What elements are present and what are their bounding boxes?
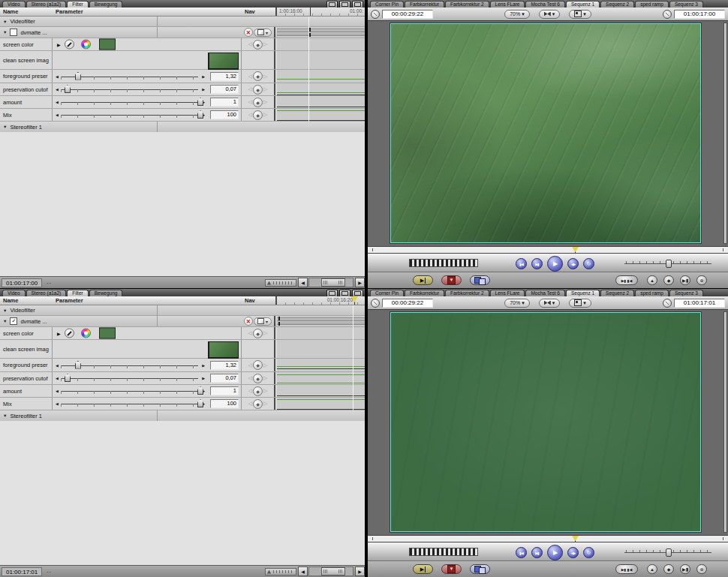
play-button[interactable]: ▶ — [547, 256, 563, 272]
previous-edit-button[interactable]: ▮◀ — [516, 258, 527, 269]
keyframe-track[interactable] — [277, 316, 365, 326]
slider-thumb[interactable] — [75, 71, 81, 80]
keyframe-ruler[interactable]: 01:00:16:20 — [275, 296, 365, 305]
tab-sequenz-1[interactable]: Sequenz 1 — [566, 1, 600, 8]
tab-sped-ramp[interactable]: sped ramp — [635, 290, 669, 296]
disclosure-triangle-icon[interactable]: ▼ — [3, 319, 7, 323]
param-value-field[interactable]: 1 — [210, 386, 239, 395]
tab-filter[interactable]: Filter — [67, 290, 88, 296]
mark-clip-small-button[interactable]: ▶▮ — [680, 275, 690, 285]
tab-farbkorrektur[interactable]: Farbkorrektur — [405, 1, 444, 8]
slider-left-arrow-icon[interactable]: ◀ — [56, 363, 59, 368]
next-keyframe-icon[interactable]: ▷ — [263, 74, 267, 80]
filter-enable-checkbox[interactable]: ✓ — [10, 317, 17, 325]
greenscreen-video-frame[interactable] — [390, 23, 701, 243]
tab-lens-flare[interactable]: Lens FLare — [490, 1, 525, 8]
slider-left-arrow-icon[interactable]: ◀ — [56, 87, 59, 92]
tab-stereo[interactable]: Stereo (a1a2) — [26, 1, 67, 8]
color-swatch[interactable] — [99, 328, 116, 339]
keyframe-marker[interactable] — [278, 317, 280, 320]
duration-timecode-field[interactable]: 00:00:29:22 — [382, 10, 433, 19]
view-layout-button[interactable] — [470, 275, 490, 285]
slider-thumb[interactable] — [197, 386, 203, 395]
color-wheel-icon[interactable] — [81, 40, 91, 50]
next-keyframe-icon[interactable]: ▷ — [263, 99, 267, 105]
zoom-level-popup[interactable]: 70%▾ — [504, 299, 530, 308]
color-swatch[interactable] — [99, 39, 116, 50]
scrollbar-thumb[interactable] — [321, 278, 345, 287]
jog-control[interactable] — [409, 259, 478, 267]
clean-screen-thumbnail[interactable] — [208, 341, 239, 359]
keyframe-graph-line[interactable] — [277, 110, 365, 111]
disclosure-triangle-icon[interactable]: ▼ — [3, 125, 7, 129]
reset-filter-button[interactable]: ✕ — [244, 28, 253, 37]
param-value-field[interactable]: 0,07 — [210, 85, 239, 94]
shuttle-control[interactable] — [624, 260, 711, 268]
filter-edit-popup[interactable]: ▾ — [254, 317, 272, 326]
slider-left-arrow-icon[interactable]: ◀ — [56, 100, 59, 104]
next-keyframe-icon[interactable]: ▷ — [263, 330, 267, 336]
keyframe-track[interactable] — [277, 398, 365, 410]
add-keyframe-button[interactable]: ◆ — [253, 40, 263, 50]
tab-sequenz-2[interactable]: Sequenz 2 — [600, 1, 634, 8]
slider-right-arrow-icon[interactable]: ▶ — [202, 376, 205, 380]
current-clock-icon[interactable] — [663, 10, 672, 19]
prev-keyframe-icon[interactable]: ◁ — [248, 362, 252, 368]
tab-farbkorrektur-2[interactable]: Farbkorrektur 2 — [445, 1, 489, 8]
keyframe-graph-line[interactable] — [277, 366, 365, 367]
reset-filter-button[interactable]: ✕ — [244, 317, 253, 326]
shuttle-thumb[interactable] — [666, 260, 672, 268]
keyframe-marker[interactable] — [309, 33, 311, 37]
mark-in-out-buttons[interactable]: ▶▮ ▮◀ — [615, 564, 638, 574]
slider-right-arrow-icon[interactable]: ▶ — [202, 74, 205, 79]
keyframe-graph-line[interactable] — [277, 79, 365, 80]
slider-left-arrow-icon[interactable]: ◀ — [56, 389, 59, 393]
param-value-field[interactable]: 100 — [210, 399, 239, 408]
view-mode-popup[interactable]: ▾ — [539, 299, 561, 308]
play-in-to-out-button[interactable]: ▶▮ — [531, 547, 543, 558]
prev-keyframe-icon[interactable]: ◁ — [248, 388, 252, 394]
add-marker-button[interactable]: ▲ — [647, 564, 657, 574]
add-keyframe-button[interactable]: ◆ — [253, 71, 263, 81]
current-timecode[interactable]: 01:00:17:01 — [2, 567, 42, 576]
keyframe-track[interactable] — [277, 109, 365, 121]
overlay-display-popup[interactable]: ▾ — [569, 10, 591, 19]
match-frame-button[interactable]: ▶ — [413, 275, 433, 285]
expand-triangle-icon[interactable]: ▶ — [57, 42, 61, 47]
overlay-display-popup[interactable]: ▾ — [569, 299, 591, 308]
tab-lens-flare[interactable]: Lens FLare — [490, 290, 525, 296]
disclosure-triangle-icon[interactable]: ▼ — [3, 413, 7, 418]
tab-corner-pin[interactable]: Corner Pin — [370, 290, 404, 296]
keyframe-marker[interactable] — [309, 28, 311, 32]
slider-thumb[interactable] — [197, 98, 203, 106]
ruler-playhead[interactable] — [310, 8, 311, 16]
filter-enable-checkbox[interactable] — [10, 29, 17, 36]
match-frame-button[interactable]: ▶ — [413, 564, 433, 574]
keyframe-graph-line[interactable] — [277, 399, 365, 400]
tab-video[interactable]: Video — [2, 1, 26, 8]
keyframe-ruler[interactable]: 1:00:16:00 01:00: — [275, 8, 365, 16]
keyframe-graph-line[interactable] — [277, 374, 365, 375]
add-keyframe-button[interactable]: ◆ — [253, 360, 263, 370]
tab-bewegung[interactable]: Bewegung — [89, 290, 123, 296]
slider-thumb[interactable] — [197, 399, 203, 407]
prev-keyframe-icon[interactable]: ◁ — [248, 112, 252, 118]
current-clock-icon[interactable] — [663, 299, 672, 308]
play-in-to-out-button[interactable]: ▶▮ — [531, 258, 543, 269]
foreground-preservation-slider[interactable]: ◀ ▶ — [56, 70, 205, 83]
keyframe-track[interactable] — [277, 372, 365, 384]
zoom-slider-control[interactable] — [265, 568, 296, 575]
scrub-playhead-marker[interactable] — [572, 247, 579, 252]
filter-edit-popup[interactable]: ▾ — [254, 29, 272, 37]
add-keyframe-button[interactable]: ◆ — [253, 98, 263, 107]
mix-slider[interactable]: ◀ ▶ — [56, 109, 205, 121]
view-mode-popup[interactable]: ▾ — [539, 10, 561, 19]
keyframe-track[interactable] — [277, 327, 365, 339]
next-edit-button[interactable]: ↻ — [583, 547, 594, 558]
horizontal-scrollbar[interactable] — [308, 566, 353, 576]
disclosure-triangle-icon[interactable]: ▼ — [3, 308, 7, 313]
disclosure-triangle-icon[interactable]: ▼ — [3, 20, 7, 24]
amount-slider[interactable]: ◀ ▶ — [56, 385, 205, 397]
prev-keyframe-icon[interactable]: ◁ — [248, 99, 252, 105]
clean-screen-thumbnail[interactable] — [208, 53, 239, 71]
